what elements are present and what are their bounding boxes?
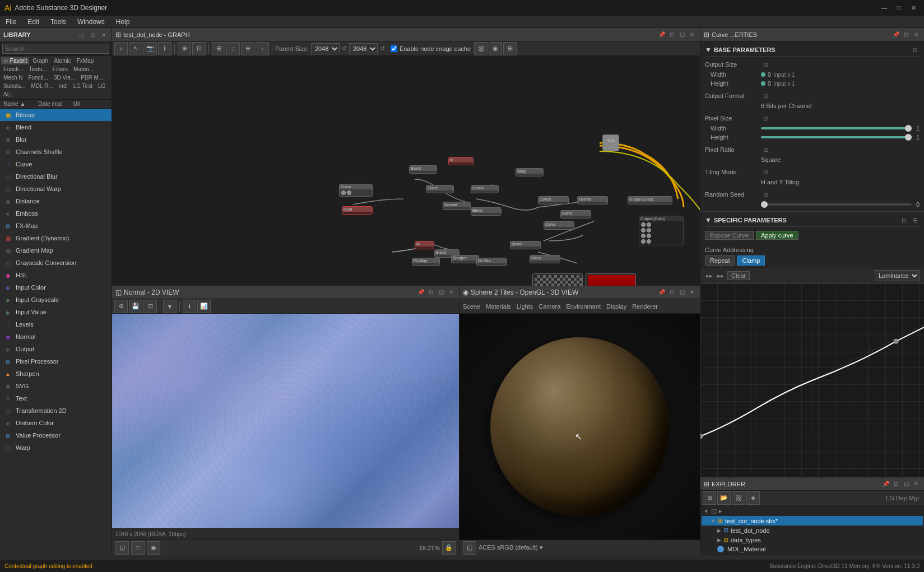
library-item[interactable]: ◉ HSL	[0, 269, 112, 281]
view3d-float-icon[interactable]: ◱	[677, 288, 686, 297]
tab-atomic[interactable]: Atomic	[52, 57, 73, 64]
graph-node[interactable]: Blend	[471, 207, 502, 216]
graph-close-icon[interactable]: ✕	[688, 30, 697, 39]
explorer-close-icon[interactable]: ✕	[912, 480, 921, 489]
explorer-item-node[interactable]: ▶ ⊞ test_dot_node	[702, 526, 923, 535]
library-item[interactable]: ⊞ Value Processor	[0, 429, 112, 441]
graph-node[interactable]: Blend	[530, 255, 560, 263]
graph-node[interactable]: FX-Map	[412, 258, 440, 266]
specific-icon2[interactable]: ☰	[911, 216, 920, 225]
nav-environment[interactable]: Environment	[566, 303, 601, 310]
col-date[interactable]: Date mod	[38, 101, 73, 107]
graph-node[interactable]: Output (Grsc)	[628, 196, 672, 204]
explorer-pin-icon[interactable]: 📌	[881, 480, 890, 489]
close-button[interactable]: ✕	[907, 2, 920, 13]
graph-node[interactable]: Blend	[409, 165, 437, 174]
graph-node[interactable]: Normal	[577, 196, 608, 204]
explorer-item-data-types[interactable]: ▶ ⊞ data_types	[702, 535, 923, 545]
view3d-colorspace[interactable]: ACES sRGB (default) ▾	[479, 544, 543, 551]
tab-fxmap[interactable]: FxMap	[75, 57, 96, 64]
refresh-icon[interactable]: ↺	[342, 45, 347, 52]
toolbar-grid-icon[interactable]: ⊞	[212, 42, 225, 55]
prop-close-icon[interactable]: ✕	[912, 30, 921, 39]
clamp-button[interactable]: Clamp	[737, 255, 765, 266]
nav-display[interactable]: Display	[606, 303, 626, 310]
apply-curve-button[interactable]: Apply curve	[756, 231, 798, 240]
library-item[interactable]: ▦ Gradient Map	[0, 244, 112, 257]
output-size-icon2[interactable]: ⊡	[761, 60, 770, 69]
col-url[interactable]: Url	[73, 101, 108, 107]
library-item[interactable]: ⊞ Channels Shuffle	[0, 146, 112, 158]
library-item[interactable]: ◉ Normal	[0, 331, 112, 343]
library-item[interactable]: ▣ Bitmap	[0, 109, 112, 121]
library-item[interactable]: ◫ Warp	[0, 441, 112, 454]
library-item[interactable]: ◉ SVG	[0, 380, 112, 392]
enable-cache-checkbox[interactable]	[391, 45, 397, 52]
toolbar-align-icon[interactable]: ≡	[226, 42, 240, 55]
menu-edit[interactable]: Edit	[22, 16, 45, 27]
tab-3d[interactable]: 3D Vie...	[52, 74, 77, 81]
view2d-copy-icon[interactable]: ⊡	[143, 300, 157, 313]
graph-node[interactable]: Warp	[516, 168, 544, 176]
library-item[interactable]: ◉ Distance	[0, 195, 112, 207]
toolbar-nav-icon[interactable]: ⊕	[241, 42, 254, 55]
graph-node[interactable]: Output (Color)	[639, 216, 684, 245]
view3d-channel-icon[interactable]: ◱	[463, 541, 476, 555]
library-close-icon[interactable]: ✕	[99, 30, 108, 39]
toolbar-select-icon[interactable]: ↖	[129, 42, 142, 55]
menu-tools[interactable]: Tools	[45, 16, 72, 27]
view2d-channel-icon[interactable]: ◱	[115, 541, 129, 555]
tab-favorite[interactable]: ☆ Favorit	[1, 57, 29, 64]
tab-filters[interactable]: Filters	[50, 66, 70, 73]
library-item[interactable]: ◈ Output	[0, 343, 112, 355]
graph-node[interactable]: Curve	[544, 221, 574, 230]
output-size-icon[interactable]: ↺	[380, 45, 385, 52]
toolbar-camera-icon[interactable]: 📷	[143, 42, 157, 55]
view3d-expand-icon[interactable]: ⊡	[667, 288, 676, 297]
view2d-select-icon[interactable]: ▼	[163, 300, 177, 313]
tab-functi[interactable]: Functi...	[1, 66, 26, 73]
channel-select[interactable]: Luminance Red Green Blue	[875, 270, 920, 281]
nav-materials[interactable]: Materials	[486, 303, 511, 310]
graph-node[interactable]: Curve	[426, 185, 454, 193]
tiling-mode-icon[interactable]: ⊡	[761, 168, 770, 176]
library-item[interactable]: ◈ Input Color	[0, 281, 112, 294]
col-name[interactable]: Name ▲	[3, 101, 38, 107]
tab-lg[interactable]: LG	[96, 82, 108, 90]
specific-params-header[interactable]: ▼ SPECIFIC PARAMETERS ⊡ ☰	[705, 214, 920, 227]
view2d-fit-icon[interactable]: ⊕	[114, 300, 128, 313]
output-format-icon[interactable]: ⊡	[761, 91, 770, 100]
library-item[interactable]: ◫ Directional Blur	[0, 170, 112, 183]
toolbar-add-icon[interactable]: +	[114, 42, 128, 55]
graph-node[interactable]: In	[448, 157, 473, 165]
library-item[interactable]: ◱ Grayscale Conversion	[0, 257, 112, 269]
library-search-input[interactable]	[2, 44, 109, 54]
exp-new-icon[interactable]: ⊞	[703, 491, 716, 505]
toolbar-export-icon[interactable]: ↑	[256, 42, 269, 55]
view2d-lock-icon[interactable]: 🔒	[442, 541, 456, 555]
graph-node[interactable]: Dir Blur	[476, 258, 507, 266]
graph-node[interactable]: Curve	[339, 184, 373, 197]
nav-camera[interactable]: Camera	[538, 303, 560, 310]
exp-open-icon[interactable]: 📂	[717, 491, 731, 505]
parent-size-select[interactable]: 20481024512	[311, 43, 340, 54]
graph-node[interactable]: Levels	[471, 185, 499, 193]
menu-file[interactable]: File	[0, 16, 22, 27]
node-icon[interactable]: ◉	[489, 42, 502, 55]
menu-help[interactable]: Help	[110, 16, 136, 27]
library-item[interactable]: ◫ Directional Warp	[0, 183, 112, 195]
library-float-icon[interactable]: ⊡	[88, 30, 97, 39]
view3d-canvas[interactable]: ↖	[459, 314, 700, 540]
nav-lights[interactable]: Lights	[517, 303, 533, 310]
nav-renderer[interactable]: Renderer	[632, 303, 658, 310]
graph-node[interactable]: Sharpen	[451, 255, 479, 263]
view2d-canvas[interactable]	[112, 314, 459, 528]
maximize-button[interactable]: □	[893, 2, 905, 13]
view2d-close-icon[interactable]: ✕	[447, 288, 456, 297]
graph-pin-icon[interactable]: 📌	[657, 30, 666, 39]
graph-node[interactable]: In	[415, 241, 434, 249]
repeat-button[interactable]: Repeat	[705, 255, 735, 266]
graph-node[interactable]: Levels	[538, 196, 569, 204]
pheight-slider[interactable]	[761, 136, 912, 138]
prop-float-icon[interactable]: ⊡	[902, 30, 911, 39]
